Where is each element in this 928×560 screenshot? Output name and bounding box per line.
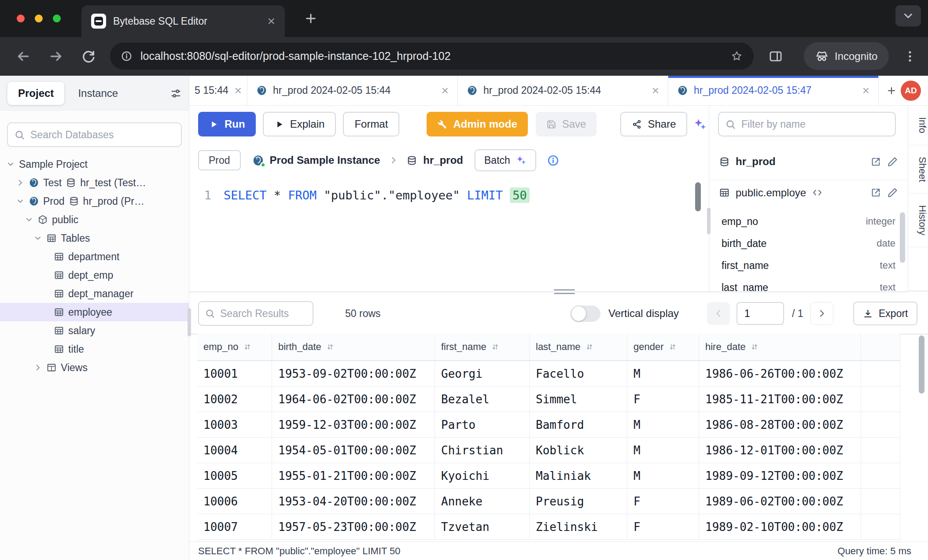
tree-settings-icon[interactable] [170, 88, 182, 99]
chevron-down-icon[interactable] [33, 234, 42, 243]
schema-scrollbar-thumb[interactable] [900, 212, 905, 263]
tree-item-prod[interactable]: Prodhr_prod (Pr… [0, 192, 189, 210]
side-panel-icon[interactable] [768, 49, 783, 64]
table-row[interactable]: 100011953-09-02T00:00:00ZGeorgiFacelloM1… [197, 361, 900, 387]
save-button[interactable]: Save [536, 112, 597, 136]
run-button[interactable]: Run [198, 112, 256, 136]
results-search[interactable] [198, 301, 313, 326]
chevron-right-icon[interactable] [33, 363, 42, 372]
table-row[interactable]: 100061953-04-20T00:00:00ZAnnekePreusigF1… [197, 489, 900, 514]
next-page-button[interactable] [810, 302, 833, 325]
editor-scrollbar-thumb[interactable] [695, 182, 701, 211]
tree-item-views[interactable]: Views [0, 358, 189, 377]
tree-item-sample-project[interactable]: Sample Project [0, 155, 189, 173]
site-info-icon[interactable] [121, 50, 133, 62]
external-link-icon[interactable] [870, 156, 881, 167]
prev-page-button[interactable] [707, 302, 730, 325]
sidebar-resize-handle[interactable] [188, 308, 191, 336]
tree-item-salary[interactable]: salary [0, 321, 189, 340]
table-row[interactable]: 100041954-05-01T00:00:00ZChirstianKoblic… [197, 438, 900, 463]
address-bar[interactable]: localhost:8080/sql-editor/prod-sample-in… [110, 43, 754, 70]
tab-list-chevron-icon[interactable] [895, 5, 921, 26]
tree-item-test[interactable]: Testhr_test (Test… [0, 173, 189, 192]
column-row-last-name[interactable]: last_nametext [709, 276, 908, 291]
page-input[interactable] [737, 302, 784, 325]
database-search-input[interactable] [30, 129, 175, 141]
tab-instance[interactable]: Instance [69, 82, 127, 105]
edit-icon[interactable] [887, 156, 898, 167]
results-search-input[interactable] [220, 308, 307, 320]
column-header-birth-date[interactable]: birth_date [272, 334, 435, 360]
admin-mode-button[interactable]: Admin mode [427, 112, 527, 136]
tab-project[interactable]: Project [7, 81, 65, 105]
bookmark-star-icon[interactable] [730, 50, 743, 63]
side-tab-history[interactable]: History [908, 194, 928, 247]
code-icon[interactable] [812, 187, 823, 198]
column-header-gender[interactable]: gender [627, 334, 699, 360]
database-crumb[interactable]: hr_prod [406, 154, 463, 166]
zoom-window-button[interactable] [53, 15, 61, 22]
schema-database-row[interactable]: hr_prod [709, 149, 908, 174]
chevron-down-icon[interactable] [6, 160, 15, 169]
schema-filter[interactable] [718, 112, 896, 136]
avatar[interactable]: AD [901, 81, 921, 101]
column-header-emp-no[interactable]: emp_no [197, 334, 272, 360]
table-row[interactable]: 100021964-06-02T00:00:00ZBezalelSimmelF1… [197, 387, 900, 412]
tree-item-employee[interactable]: employee [0, 303, 189, 321]
edit-icon[interactable] [887, 187, 898, 198]
tree-item-title[interactable]: title [0, 340, 189, 358]
close-tab-icon[interactable]: × [267, 15, 275, 28]
browser-menu-icon[interactable] [902, 49, 917, 64]
close-tab-icon[interactable]: × [442, 85, 449, 97]
schema-table-row[interactable]: public.employe [709, 180, 908, 205]
column-header-last-name[interactable]: last_name [530, 334, 627, 360]
info-icon[interactable] [547, 154, 560, 167]
tree-item-dept-manager[interactable]: dept_manager [0, 284, 189, 303]
explain-button[interactable]: Explain [263, 112, 336, 136]
format-button[interactable]: Format [343, 112, 399, 136]
database-search[interactable] [7, 122, 182, 147]
share-button[interactable]: Share [620, 112, 687, 136]
batch-button[interactable]: Batch [475, 149, 536, 171]
back-button[interactable] [16, 49, 31, 64]
splitter-drag-handle[interactable] [554, 287, 575, 295]
close-tab-icon[interactable]: × [652, 85, 659, 97]
panel-resize-handle[interactable] [707, 208, 711, 234]
column-row-emp-no[interactable]: emp_nointeger [709, 210, 908, 232]
column-row-first-name[interactable]: first_nametext [709, 254, 908, 276]
close-window-button[interactable] [17, 15, 25, 22]
chevron-right-icon[interactable] [16, 178, 25, 187]
minimize-window-button[interactable] [35, 15, 43, 22]
query-tab[interactable]: hr_prod 2024-02-05 15:47× [668, 76, 879, 105]
tree-item-tables[interactable]: Tables [0, 229, 189, 247]
chevron-down-icon[interactable] [16, 197, 25, 206]
query-tab[interactable]: hr_prod 2024-02-05 15:44× [458, 76, 668, 105]
column-header-first-name[interactable]: first_name [435, 334, 530, 360]
environment-badge[interactable]: Prod [198, 150, 241, 170]
close-tab-icon[interactable]: × [235, 85, 242, 97]
sql-editor[interactable]: 1 SELECT * FROM "public"."employee" LIMI… [189, 178, 709, 291]
side-tab-info[interactable]: Info [908, 106, 928, 145]
ai-sparkles-icon[interactable] [693, 118, 707, 131]
tree-item-dept-emp[interactable]: dept_emp [0, 266, 189, 284]
table-row[interactable]: 100031959-12-03T00:00:00ZPartoBamfordM19… [197, 412, 900, 438]
table-row[interactable]: 100051955-01-21T00:00:00ZKyoichiMaliniak… [197, 463, 900, 489]
schema-filter-input[interactable] [741, 118, 889, 130]
export-button[interactable]: Export [853, 302, 917, 325]
close-tab-icon[interactable]: × [862, 85, 869, 97]
external-link-icon[interactable] [870, 187, 881, 198]
reload-button[interactable] [81, 49, 96, 64]
column-header-hire-date[interactable]: hire_date [699, 334, 861, 360]
chevron-down-icon[interactable] [25, 215, 33, 224]
query-tab[interactable]: 5 15:44× [189, 76, 247, 105]
forward-button[interactable] [48, 49, 63, 64]
tree-item-public[interactable]: public [0, 210, 189, 229]
instance-crumb[interactable]: Prod Sample Instance [252, 154, 380, 166]
column-row-birth-date[interactable]: birth_datedate [709, 232, 908, 254]
vertical-display-toggle[interactable] [571, 306, 600, 322]
tree-item-department[interactable]: department [0, 247, 189, 266]
results-scrollbar-thumb[interactable] [919, 335, 924, 394]
table-row[interactable]: 100071957-05-23T00:00:00ZTzvetanZielinsk… [197, 514, 900, 540]
query-tab[interactable]: hr_prod 2024-02-05 15:44× [247, 76, 458, 105]
browser-tab[interactable]: Bytebase SQL Editor × [81, 5, 285, 37]
